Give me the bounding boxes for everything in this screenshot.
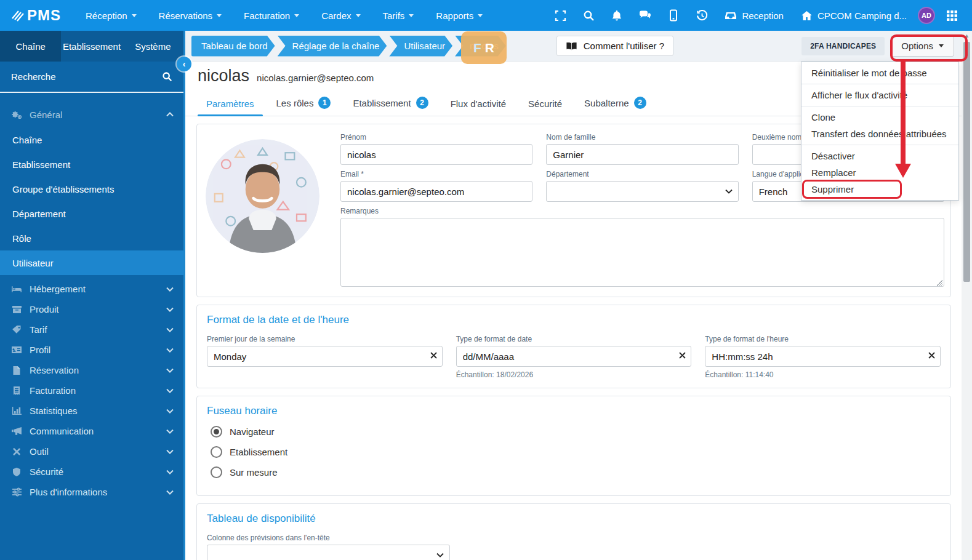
fullscreen-icon[interactable] [548, 4, 572, 27]
help-button[interactable]: Comment l'utiliser ? [556, 36, 673, 56]
clear-x-icon[interactable] [430, 352, 437, 359]
breadcrumb-utilisateur[interactable]: Utilisateur [389, 36, 452, 57]
menu-tarifs[interactable]: Tarifs [374, 6, 423, 26]
menu-facturation[interactable]: Facturation [235, 6, 308, 26]
sidebar-group-plus-informations[interactable]: Plus d'informations [0, 482, 183, 502]
language-fr-badge[interactable]: FR [461, 31, 507, 64]
field-colonne-previsions: Colonne des prévisions dans l'en-tête [207, 534, 450, 560]
sidebar-group-securite[interactable]: Sécurité [0, 462, 183, 482]
sidebar-group-communication[interactable]: Communication [0, 421, 183, 441]
vertical-scrollbar[interactable]: ▲ [962, 31, 972, 560]
chevron-down-icon [166, 368, 174, 373]
sidebar-search [0, 62, 183, 93]
sidebar-search-input[interactable] [11, 71, 162, 82]
bar-chart-icon [11, 406, 22, 417]
resize-handle-icon[interactable] [936, 280, 942, 286]
sidebar-group-facturation[interactable]: Facturation [0, 380, 183, 401]
bed-icon [11, 284, 22, 295]
sidebar-item-role[interactable]: Rôle [0, 226, 183, 250]
sidebar-group-hebergement[interactable]: Hébergement [0, 279, 183, 299]
format-date-input[interactable] [456, 346, 692, 367]
menu-item-transfert-donnees[interactable]: Transfert des données attribuées [801, 126, 958, 142]
format-heure-input[interactable] [705, 346, 941, 367]
sidebar-group-profil[interactable]: Profil [0, 340, 183, 360]
scroll-up-arrow-icon[interactable]: ▲ [962, 31, 972, 41]
sidebar-tab-systeme[interactable]: Système [123, 31, 183, 62]
menu-reception[interactable]: Réception [77, 6, 145, 26]
menu-item-clone[interactable]: Clone [801, 109, 958, 126]
premier-jour-input[interactable] [207, 346, 443, 367]
email-input[interactable] [340, 181, 532, 202]
colonne-previsions-select[interactable] [207, 545, 450, 560]
sidebar-group-tarif[interactable]: Tarif [0, 319, 183, 340]
menu-item-supprimer[interactable]: Supprimer [801, 181, 958, 198]
radio-navigateur[interactable]: Navigateur [211, 426, 941, 438]
sidebar-section-general[interactable]: Général [0, 102, 183, 127]
sliders-icon [11, 487, 22, 498]
chat-icon[interactable] [633, 4, 657, 27]
user-avatar[interactable]: AD [918, 7, 935, 24]
prenom-input[interactable] [340, 144, 532, 165]
menu-group: Désactiver Remplacer Supprimer [801, 145, 958, 200]
menu-item-remplacer[interactable]: Remplacer [801, 164, 958, 181]
remarques-textarea[interactable] [340, 218, 944, 287]
radio-icon [211, 466, 222, 478]
tab-etablissement[interactable]: Etablissement2 [344, 92, 436, 116]
count-badge: 2 [634, 97, 646, 109]
tab-subalterne[interactable]: Subalterne2 [576, 92, 655, 116]
menu-cardex[interactable]: Cardex [313, 6, 369, 26]
breadcrumb-reglage-chaine[interactable]: Réglage de la chaîne [278, 36, 387, 57]
sidebar-group-outil[interactable]: Outil [0, 441, 183, 462]
menu-item-reinitialiser-mot-de-passe[interactable]: Réinitialiser le mot de passe [801, 67, 958, 79]
reception-shortcut[interactable]: Reception [718, 10, 790, 21]
tab-flux-activite[interactable]: Flux d'activité [442, 94, 515, 116]
menu-item-desactiver[interactable]: Désactiver [801, 148, 958, 164]
apps-grid-icon[interactable] [940, 4, 963, 27]
sidebar-tab-chaine[interactable]: Chaîne [0, 31, 61, 62]
sidebar-group-produit[interactable]: Produit [0, 299, 183, 319]
breadcrumb-tableau-de-bord[interactable]: Tableau de bord [191, 36, 275, 57]
field-email: Email * [340, 170, 532, 202]
section-title-tableau-disponibilite: Tableau de disponibilité [207, 513, 941, 525]
chevron-down-icon [939, 44, 944, 47]
menu-rapports[interactable]: Rapports [427, 6, 491, 26]
options-button[interactable]: Options [891, 36, 954, 57]
tab-les-roles[interactable]: Les rôles1 [268, 92, 340, 116]
sidebar-item-chaine[interactable]: Chaîne [0, 127, 183, 152]
sidebar-item-utilisateur[interactable]: Utilisateur [0, 250, 183, 275]
notifications-bell-icon[interactable] [605, 4, 629, 27]
field-label: Remarques [340, 207, 944, 215]
sidebar-collapse-button[interactable]: ‹ [177, 57, 191, 71]
chevron-down-icon [166, 287, 174, 292]
radio-sur-mesure[interactable]: Sur mesure [211, 466, 941, 478]
pms-logo[interactable]: PMS [0, 7, 77, 24]
tab-parametres[interactable]: Paramètres [198, 94, 263, 116]
menu-item-afficher-flux-activite[interactable]: Afficher le flux d'activité [801, 89, 958, 101]
clear-x-icon[interactable] [928, 352, 935, 359]
tab-securite[interactable]: Sécurité [520, 94, 571, 116]
search-icon[interactable] [162, 71, 172, 82]
chevron-down-icon [356, 14, 361, 17]
sidebar-group-statistiques[interactable]: Statistiques [0, 401, 183, 421]
chevron-down-icon [725, 189, 733, 194]
menu-reservations[interactable]: Réservations [150, 6, 231, 26]
sidebar-item-departement[interactable]: Département [0, 201, 183, 226]
radio-etablissement[interactable]: Etablissement [211, 446, 941, 458]
sidebar-group-reservation[interactable]: Réservation [0, 360, 183, 380]
mobile-device-icon[interactable] [662, 4, 685, 27]
property-selector[interactable]: CPCOM Camping d... [795, 10, 913, 21]
sidebar-item-etablissement[interactable]: Etablissement [0, 152, 183, 177]
clear-x-icon[interactable] [679, 352, 686, 359]
section-title-fuseau-horaire: Fuseau horaire [207, 405, 941, 417]
sidebar-item-groupe-etablissements[interactable]: Groupe d'établissements [0, 177, 183, 201]
history-icon[interactable] [690, 4, 713, 27]
nom-input[interactable] [546, 144, 738, 165]
departement-select[interactable] [546, 181, 738, 202]
home-icon [801, 10, 813, 21]
search-icon[interactable] [577, 4, 600, 27]
sidebar-tab-etablissement[interactable]: Etablissement [61, 31, 122, 62]
inbox-icon [725, 10, 737, 21]
sidebar-tabs: Chaîne Etablissement Système [0, 31, 183, 62]
time-sample: Échantillon: 11:14:40 [705, 370, 941, 379]
scrollbar-thumb[interactable] [963, 42, 970, 282]
